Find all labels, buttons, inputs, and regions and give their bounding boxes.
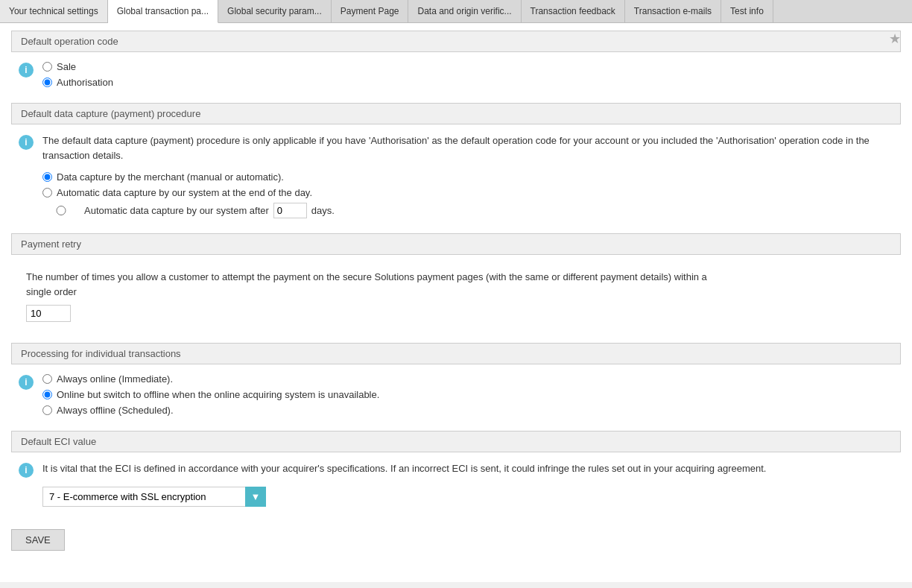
radio-sale[interactable]: Sale	[42, 61, 113, 72]
days-suffix: days.	[311, 205, 335, 216]
section-default-data-capture: Default data capture (payment) procedure…	[11, 103, 901, 218]
radio-auto-end-day[interactable]: Automatic data capture by our system at …	[42, 187, 893, 198]
star-icon[interactable]: ★	[889, 31, 901, 47]
tab-global-transaction-pa[interactable]: Global transaction pa...	[108, 0, 218, 23]
payment-retry-desc: The number of times you allow a customer…	[26, 270, 886, 299]
section-header-processing: Processing for individual transactions	[11, 343, 901, 364]
section-default-operation-code: Default operation code i Sale Authorisat…	[11, 31, 901, 88]
tab-test-info[interactable]: Test info	[721, 0, 773, 22]
info-icon-operation: i	[19, 63, 34, 78]
eci-select[interactable]: 7 - E-commerce with SSL encryption6 - MO…	[42, 487, 266, 507]
info-icon-data-capture: i	[19, 135, 34, 150]
radio-authorisation[interactable]: Authorisation	[42, 77, 113, 88]
radio-merchant[interactable]: Data capture by the merchant (manual or …	[42, 171, 893, 183]
radio-always-online[interactable]: Always online (Immediate).	[42, 373, 379, 385]
radio-auto-after[interactable]: Automatic data capture by our system aft…	[42, 203, 893, 218]
tab-payment-page[interactable]: Payment Page	[332, 0, 409, 22]
section-processing-individual: Processing for individual transactions i…	[11, 343, 901, 416]
data-capture-info-text: The default data capture (payment) proce…	[42, 133, 893, 162]
section-header-eci: Default ECI value	[11, 431, 901, 452]
tab-your-technical-settings[interactable]: Your technical settings	[0, 0, 108, 22]
section-header-data-capture: Default data capture (payment) procedure	[11, 103, 901, 124]
section-header-payment-retry: Payment retry	[11, 233, 901, 255]
tab-data-and-origin-verific[interactable]: Data and origin verific...	[408, 0, 521, 22]
section-default-eci: Default ECI value i It is vital that the…	[11, 431, 901, 507]
radio-always-offline[interactable]: Always offline (Scheduled).	[42, 405, 379, 416]
tab-global-security-param[interactable]: Global security param...	[218, 0, 332, 22]
eci-info-text: It is vital that the ECI is defined in a…	[42, 461, 766, 476]
radio-online-switch[interactable]: Online but switch to offline when the on…	[42, 389, 379, 400]
tab-transaction-emails[interactable]: Transaction e-mails	[625, 0, 721, 22]
section-header-default-operation-code: Default operation code	[11, 31, 901, 52]
tab-bar: Your technical settingsGlobal transactio…	[0, 0, 912, 23]
main-content: ★ Default operation code i Sale Authoris…	[0, 23, 912, 582]
days-input[interactable]	[273, 203, 307, 218]
payment-retry-input[interactable]	[26, 305, 71, 322]
info-icon-processing: i	[19, 375, 34, 390]
tab-transaction-feedback[interactable]: Transaction feedback	[522, 0, 625, 22]
section-payment-retry: Payment retry The number of times you al…	[11, 233, 901, 328]
save-button[interactable]: SAVE	[11, 529, 65, 551]
info-icon-eci: i	[19, 463, 34, 478]
